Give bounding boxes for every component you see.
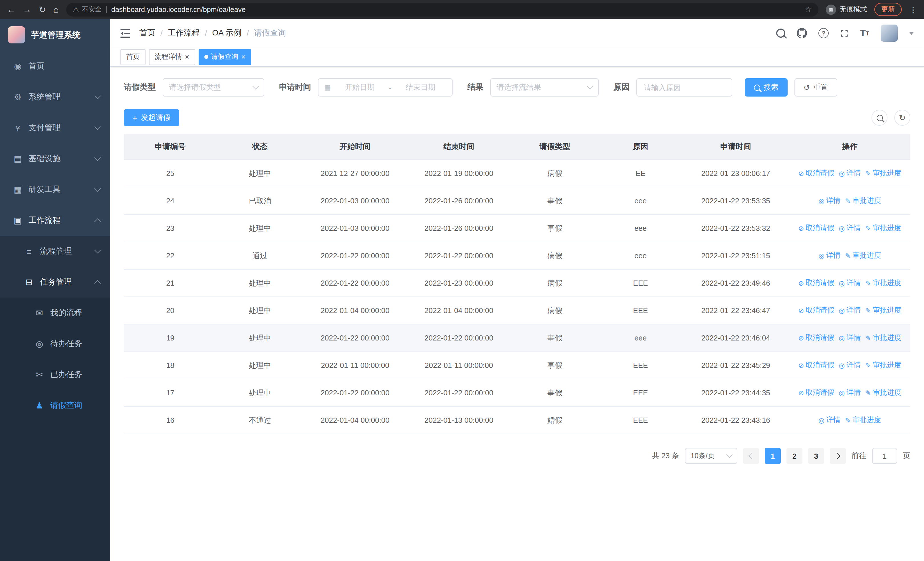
sidebar-item-label: 流程管理	[40, 246, 72, 257]
progress-action[interactable]: ✎审批进度	[865, 168, 901, 178]
sidebar-item-task-mgmt[interactable]: ⊟任务管理	[0, 267, 110, 298]
sidebar-item-done-tasks[interactable]: ✂已办任务	[0, 359, 110, 390]
back-icon[interactable]: ←	[7, 5, 15, 14]
cell-applied: 2022-01-22 23:44:35	[682, 379, 789, 406]
progress-action[interactable]: ✎审批进度	[845, 196, 881, 206]
progress-action[interactable]: ✎审批进度	[865, 305, 901, 315]
cancel-action[interactable]: ⊘取消请假	[798, 168, 834, 178]
sidebar-item-label: 我的流程	[50, 308, 82, 318]
sidebar-item-leave-query[interactable]: ♟请假查询	[0, 390, 110, 421]
tab-home[interactable]: 首页	[120, 49, 146, 65]
sidebar-item-my-process[interactable]: ✉我的流程	[0, 298, 110, 328]
breadcrumb-item[interactable]: 首页	[139, 28, 155, 38]
page-button-3[interactable]: 3	[808, 448, 824, 464]
plus-icon: +	[132, 113, 138, 122]
detail-action[interactable]: ◎详情	[818, 251, 840, 260]
detail-action[interactable]: ◎详情	[818, 196, 840, 206]
leave-type-select[interactable]: 请选择请假类型	[163, 78, 264, 96]
chevron-down-icon	[252, 83, 259, 90]
cell-type: 病假	[511, 242, 599, 269]
search-button[interactable]: 搜索	[745, 78, 788, 96]
goto-page-input[interactable]	[872, 448, 897, 464]
cell-type: 事假	[511, 352, 599, 379]
sidebar-item-payment-mgmt[interactable]: ¥支付管理	[0, 113, 110, 143]
prev-page-button[interactable]	[743, 448, 759, 464]
cell-status: 不通过	[217, 406, 303, 434]
sidebar-item-system-mgmt[interactable]: ⚙系统管理	[0, 82, 110, 113]
message-icon: ✉	[33, 308, 46, 318]
tab-process-detail[interactable]: 流程详情×	[149, 49, 195, 65]
update-button[interactable]: 更新	[874, 3, 902, 16]
next-page-button[interactable]	[830, 448, 846, 464]
sidebar-item-home[interactable]: ◉首页	[0, 51, 110, 82]
forward-icon[interactable]: →	[23, 5, 32, 14]
sidebar-item-dev-tools[interactable]: ▦研发工具	[0, 174, 110, 205]
breadcrumb-item[interactable]: 工作流程	[168, 28, 200, 38]
refresh-table-button[interactable]: ↻	[894, 110, 910, 126]
search-icon[interactable]	[776, 29, 785, 38]
progress-action[interactable]: ✎审批进度	[865, 278, 901, 288]
reload-icon[interactable]: ↻	[39, 5, 46, 14]
date-range-picker[interactable]: ▦ 开始日期 - 结束日期	[318, 78, 453, 96]
address-bar[interactable]: ⚠ 不安全 dashboard.yudao.iocoder.cn/bpm/oa/…	[66, 3, 818, 16]
chevron-left-icon	[748, 453, 755, 459]
close-icon[interactable]: ×	[241, 53, 245, 60]
cell-start: 2022-01-22 00:00:00	[303, 324, 407, 352]
chevron-down-icon	[94, 185, 101, 192]
cancel-action[interactable]: ⊘取消请假	[798, 223, 834, 233]
detail-action[interactable]: ◎详情	[838, 168, 861, 178]
browser-menu-icon[interactable]: ⋮	[909, 5, 917, 14]
cancel-action[interactable]: ⊘取消请假	[798, 278, 834, 288]
progress-action[interactable]: ✎审批进度	[865, 388, 901, 398]
result-select[interactable]: 请选择流结果	[490, 78, 599, 96]
cell-end: 2022-01-11 00:00:00	[407, 352, 511, 379]
detail-action[interactable]: ◎详情	[838, 388, 861, 398]
cell-status: 已取消	[217, 187, 303, 215]
close-icon[interactable]: ×	[185, 53, 189, 60]
progress-action[interactable]: ✎审批进度	[865, 223, 901, 233]
detail-action[interactable]: ◎详情	[838, 361, 861, 370]
toggle-search-button[interactable]	[872, 110, 888, 126]
detail-action[interactable]: ◎详情	[838, 278, 861, 288]
reason-input[interactable]	[636, 78, 732, 96]
progress-action[interactable]: ✎审批进度	[865, 361, 901, 370]
cancel-action[interactable]: ⊘取消请假	[798, 388, 834, 398]
cell-applied: 2022-01-23 00:06:17	[682, 160, 789, 187]
detail-action[interactable]: ◎详情	[838, 333, 861, 343]
bookmark-star-icon[interactable]: ☆	[805, 5, 812, 14]
cancel-action[interactable]: ⊘取消请假	[798, 361, 834, 370]
sidebar-item-process-mgmt[interactable]: ≡流程管理	[0, 236, 110, 267]
page-button-2[interactable]: 2	[786, 448, 802, 464]
font-size-icon[interactable]: TT	[860, 28, 869, 38]
cell-type: 事假	[511, 187, 599, 215]
collapse-sidebar-icon[interactable]	[120, 29, 130, 38]
help-icon[interactable]: ?	[818, 28, 829, 38]
select-placeholder: 请选择流结果	[496, 82, 541, 93]
user-avatar[interactable]	[880, 24, 898, 42]
reset-button[interactable]: ↺ 重置	[795, 78, 837, 96]
cell-applied: 2022-01-22 23:51:15	[682, 242, 789, 269]
breadcrumb-item[interactable]: OA 示例	[212, 28, 242, 38]
progress-action[interactable]: ✎审批进度	[845, 415, 881, 425]
cancel-action[interactable]: ⊘取消请假	[798, 305, 834, 315]
page-button-1[interactable]: 1	[765, 448, 781, 464]
home-icon[interactable]: ⌂	[53, 5, 58, 14]
sidebar-item-workflow[interactable]: ▣工作流程	[0, 205, 110, 236]
detail-action[interactable]: ◎详情	[838, 305, 861, 315]
detail-action[interactable]: ◎详情	[818, 415, 840, 425]
fullscreen-icon[interactable]	[840, 29, 849, 38]
sidebar-item-infrastructure[interactable]: ▤基础设施	[0, 143, 110, 174]
refresh-icon: ↻	[899, 113, 906, 122]
sidebar-item-todo-tasks[interactable]: ◎待办任务	[0, 328, 110, 359]
progress-action[interactable]: ✎审批进度	[845, 251, 881, 260]
cancel-action[interactable]: ⊘取消请假	[798, 333, 834, 343]
security-warning[interactable]: ⚠ 不安全	[73, 5, 102, 14]
github-icon[interactable]	[797, 28, 807, 38]
detail-action[interactable]: ◎详情	[838, 223, 861, 233]
progress-action[interactable]: ✎审批进度	[865, 333, 901, 343]
create-leave-button[interactable]: + 发起请假	[124, 109, 179, 126]
page-size-select[interactable]: 10条/页	[685, 448, 737, 464]
chevron-down-icon[interactable]	[909, 32, 914, 35]
app-logo[interactable]: 芋道管理系统	[0, 19, 110, 51]
tab-leave-query[interactable]: 请假查询×	[198, 49, 251, 65]
